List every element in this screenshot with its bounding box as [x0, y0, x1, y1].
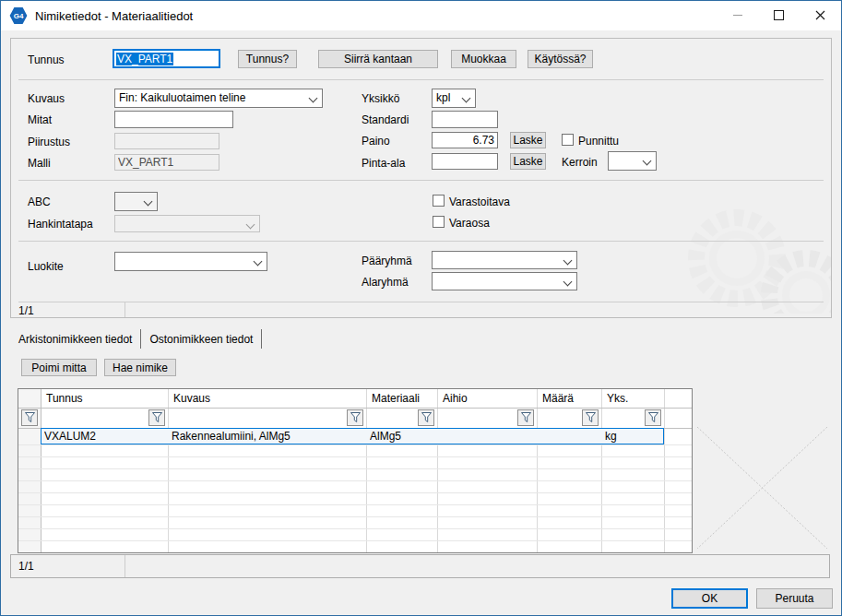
paaryhma-combobox[interactable] — [432, 251, 577, 269]
filter-button[interactable] — [517, 409, 534, 426]
window-title: Nimiketiedot - Materiaalitiedot — [35, 9, 193, 23]
grid-line — [18, 456, 692, 457]
varastoitava-label: Varastoitava — [449, 195, 510, 208]
filter-button[interactable] — [418, 409, 434, 426]
tab-strip: Arkistonimikkeen tiedot Ostonimikkeen ti… — [10, 329, 262, 349]
section-divider — [18, 241, 824, 242]
filter-button[interactable] — [21, 409, 38, 426]
abc-label: ABC — [28, 195, 51, 208]
chevron-down-icon — [563, 256, 573, 266]
varaosa-label: Varaosa — [449, 217, 490, 230]
chevron-down-icon — [563, 278, 573, 287]
tunnus-question-button[interactable]: Tunnus? — [238, 50, 297, 68]
section-divider — [18, 180, 824, 181]
mitat-input[interactable] — [114, 111, 233, 128]
funnel-icon — [421, 412, 432, 423]
image-placeholder — [697, 427, 827, 549]
yksikko-combobox[interactable]: kpl — [432, 89, 476, 108]
app-icon-label: G4 — [14, 12, 24, 20]
record-pager: 1/1 — [18, 304, 34, 317]
funnel-icon — [648, 412, 658, 423]
hae-nimike-button[interactable]: Hae nimike — [104, 359, 176, 376]
cell-tunnus: VXALUM2 — [44, 430, 164, 443]
pager-divider — [125, 302, 125, 318]
grid-pager: 1/1 — [18, 560, 34, 573]
funnel-icon — [350, 412, 361, 423]
tunnus-label: Tunnus — [28, 53, 65, 66]
kuvaus-value: Fin: Kaikuluotaimen teline — [119, 91, 245, 104]
column-header-kuvaus[interactable]: Kuvaus — [173, 392, 210, 405]
filter-button[interactable] — [582, 409, 599, 426]
grid-line — [18, 528, 692, 529]
title-bar: G4 Nimiketiedot - Materiaalitiedot — [1, 1, 841, 30]
siirra-kantaan-button[interactable]: Siirrä kantaan — [318, 50, 438, 68]
luokite-combobox[interactable] — [114, 252, 267, 271]
pager-divider — [125, 555, 125, 577]
muokkaa-button[interactable]: Muokkaa — [451, 50, 516, 68]
kaytossa-question-button[interactable]: Käytössä? — [528, 50, 593, 68]
funnel-icon — [25, 412, 35, 423]
yksikko-label: Yksikkö — [362, 92, 399, 105]
varastoitava-checkbox[interactable] — [433, 195, 445, 207]
hankintatapa-combobox — [114, 215, 260, 232]
dialog-window: G4 Nimiketiedot - Materiaalitiedot Tunnu… — [0, 0, 842, 616]
column-header-materiaali[interactable]: Materiaali — [372, 392, 420, 405]
paino-input[interactable] — [432, 132, 498, 148]
kerroin-combobox[interactable] — [608, 151, 657, 171]
mitat-label: Mitat — [28, 113, 52, 126]
varaosa-checkbox[interactable] — [433, 216, 445, 228]
column-header-aihio[interactable]: Aihio — [443, 392, 468, 405]
ok-button[interactable]: OK — [671, 588, 748, 609]
tab-ostonimikkeen-tiedot[interactable]: Ostonimikkeen tiedot — [141, 329, 262, 349]
alaryhma-combobox[interactable] — [432, 272, 577, 290]
grid-line — [18, 504, 692, 505]
tab-arkistonimikkeen-tiedot[interactable]: Arkistonimikkeen tiedot — [10, 329, 141, 349]
filter-button[interactable] — [347, 409, 363, 426]
filter-button[interactable] — [148, 409, 165, 426]
punnittu-checkbox[interactable] — [562, 134, 574, 146]
standardi-input[interactable] — [432, 111, 498, 128]
kuvaus-combobox[interactable]: Fin: Kaikuluotaimen teline — [114, 89, 323, 108]
maximize-button[interactable] — [758, 1, 800, 30]
filter-button[interactable] — [645, 409, 661, 426]
paaryhma-label: Pääryhmä — [362, 255, 412, 267]
tunnus-input[interactable]: VX_PART1 — [113, 49, 220, 68]
materials-grid: Tunnus Kuvaus Materiaali Aihio Määrä Yks… — [18, 388, 693, 553]
laske-pinta-ala-button[interactable]: Laske — [510, 153, 546, 170]
piirustus-label: Piirustus — [28, 136, 70, 148]
chevron-down-icon — [246, 220, 255, 230]
grid-line — [18, 516, 692, 517]
close-button[interactable] — [800, 1, 841, 30]
grid-line — [18, 540, 692, 541]
column-header-tunnus[interactable]: Tunnus — [46, 392, 83, 405]
maximize-icon — [774, 10, 784, 20]
grid-status-bar: 1/1 — [10, 554, 830, 578]
malli-label: Malli — [28, 157, 51, 170]
grid-line — [18, 408, 692, 409]
column-header-yks[interactable]: Yks. — [607, 392, 628, 405]
laske-paino-button[interactable]: Laske — [510, 132, 546, 148]
alaryhma-label: Alaryhmä — [362, 276, 409, 289]
pinta-ala-label: Pinta-ala — [362, 157, 405, 170]
peruuta-button[interactable]: Peruuta — [756, 588, 833, 609]
standardi-label: Standardi — [362, 113, 409, 126]
chevron-down-icon — [643, 157, 652, 166]
chevron-down-icon — [309, 94, 318, 103]
section-divider — [18, 302, 824, 302]
item-details-panel: Tunnus VX_PART1 Tunnus? Siirrä kantaan M… — [10, 38, 832, 318]
abc-combobox[interactable] — [114, 192, 158, 211]
cell-materiaali: AlMg5 — [370, 430, 434, 443]
minimize-button[interactable] — [717, 1, 758, 30]
chevron-down-icon — [462, 94, 471, 103]
paino-label: Paino — [362, 135, 390, 148]
chevron-down-icon — [254, 257, 263, 267]
chevron-down-icon — [144, 197, 153, 207]
tunnus-selected-text: VX_PART1 — [116, 53, 173, 65]
funnel-icon — [586, 412, 596, 423]
poimi-mitta-button[interactable]: Poimi mitta — [21, 359, 97, 376]
piirustus-input — [114, 133, 219, 149]
column-header-maara[interactable]: Määrä — [542, 392, 574, 405]
grid-line — [18, 492, 692, 493]
pinta-ala-input[interactable] — [432, 153, 498, 170]
section-divider — [18, 79, 824, 80]
